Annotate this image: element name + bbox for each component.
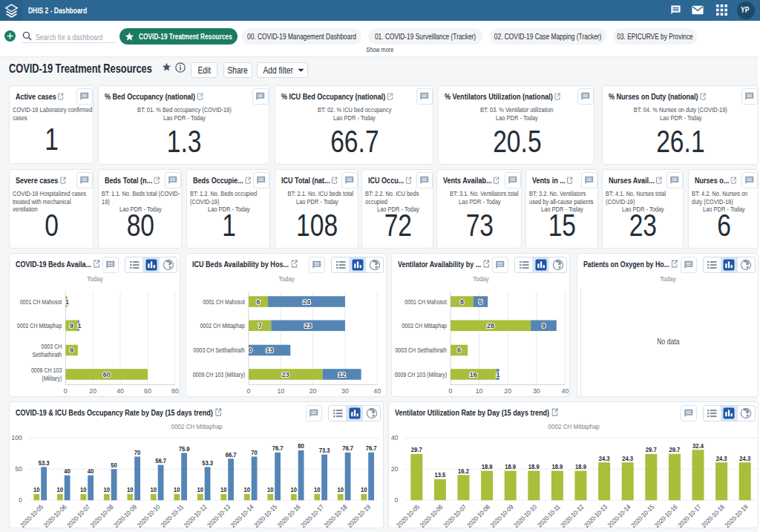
svg-text:24.3: 24.3 [622,454,633,462]
svg-text:20: 20 [309,387,317,395]
svg-text:28: 28 [487,322,494,329]
svg-text:2020-10-16: 2020-10-16 [276,503,302,528]
svg-text:10: 10 [104,486,111,494]
svg-text:8: 8 [460,298,464,306]
svg-text:2020-10-05: 2020-10-05 [395,503,421,528]
svg-text:16: 16 [470,371,477,378]
svg-text:53.3: 53.3 [39,459,50,467]
svg-text:76.7: 76.7 [366,444,377,453]
svg-text:2020-10-11: 2020-10-11 [160,503,186,528]
svg-text:2020-10-09: 2020-10-09 [113,503,139,528]
svg-text:40: 40 [88,467,94,475]
svg-text:10: 10 [314,486,321,494]
svg-text:40: 40 [390,434,398,441]
svg-text:18.9: 18.9 [505,462,516,470]
svg-text:29.7: 29.7 [410,446,422,454]
svg-text:0003 CH Setthathirath: 0003 CH Setthathirath [395,347,447,354]
svg-text:2020-10-18: 2020-10-18 [700,503,726,528]
svg-text:56.7: 56.7 [155,456,166,464]
svg-text:75.9: 75.9 [179,444,190,453]
svg-text:70: 70 [251,448,258,456]
svg-text:10: 10 [361,486,367,494]
svg-text:40: 40 [373,387,381,395]
svg-text:18.9: 18.9 [481,462,492,470]
svg-text:13.5: 13.5 [434,471,445,479]
svg-text:1: 1 [65,298,69,306]
svg-text:32.4: 32.4 [692,441,704,450]
svg-text:0001 CH Mahosot: 0001 CH Mahosot [20,298,62,306]
svg-text:60: 60 [103,371,111,378]
svg-text:0: 0 [64,387,68,395]
svg-text:10: 10 [174,486,180,494]
svg-text:0: 0 [449,387,453,395]
svg-text:66.7: 66.7 [226,450,237,459]
svg-text:10: 10 [476,387,483,395]
svg-text:2020-10-13: 2020-10-13 [206,503,232,528]
svg-text:40: 40 [64,467,71,475]
svg-text:2020-10-08: 2020-10-08 [89,503,115,528]
svg-text:10: 10 [244,486,251,494]
svg-text:76.7: 76.7 [342,444,353,453]
svg-text:0009 CH 103 (Military): 0009 CH 103 (Military) [193,371,246,378]
svg-text:6: 6 [256,298,260,306]
svg-text:5: 5 [479,298,482,306]
svg-text:0001 CH Mahosot: 0001 CH Mahosot [203,298,245,306]
svg-text:9: 9 [70,322,73,329]
svg-text:Setthathirath: Setthathirath [32,351,62,358]
svg-text:2020-10-15: 2020-10-15 [253,503,279,528]
svg-text:2020-10-11: 2020-10-11 [536,503,562,528]
svg-text:60: 60 [144,387,151,395]
svg-text:0002 CH Mittaphap: 0002 CH Mittaphap [17,322,62,329]
svg-text:20: 20 [504,387,511,395]
svg-text:10: 10 [267,486,274,494]
svg-text:10: 10 [151,486,157,494]
svg-text:0: 0 [247,387,251,395]
svg-text:50: 50 [15,465,22,473]
svg-text:20: 20 [89,387,96,395]
svg-text:76.7: 76.7 [272,444,284,453]
svg-text:10: 10 [197,486,204,494]
svg-text:2020-10-10: 2020-10-10 [512,503,538,528]
svg-text:10: 10 [33,486,40,494]
svg-text:40: 40 [117,387,124,395]
svg-text:0001 CH Mahosot: 0001 CH Mahosot [404,298,447,306]
svg-text:18.9: 18.9 [575,462,586,470]
svg-text:2020-10-19: 2020-10-19 [347,503,373,528]
svg-text:10: 10 [220,486,227,494]
svg-text:18.9: 18.9 [551,462,563,470]
svg-text:53.3: 53.3 [202,459,213,467]
svg-text:0009 CH 103: 0009 CH 103 [31,367,62,375]
svg-text:10: 10 [277,387,284,395]
svg-text:1: 1 [78,322,82,329]
svg-text:10: 10 [57,486,64,494]
svg-text:80: 80 [298,442,304,450]
svg-text:10: 10 [338,486,344,494]
svg-text:0: 0 [394,496,398,504]
svg-text:0003 CH Setthathirath: 0003 CH Setthathirath [193,347,245,354]
svg-text:24.3: 24.3 [715,454,727,462]
svg-text:20: 20 [390,465,398,473]
svg-text:29.7: 29.7 [669,446,680,454]
svg-text:40: 40 [562,387,569,395]
svg-text:50: 50 [111,461,117,469]
svg-text:6: 6 [457,347,461,354]
svg-text:2020-10-18: 2020-10-18 [323,503,349,528]
svg-text:24.3: 24.3 [739,454,750,462]
svg-text:2020-10-17: 2020-10-17 [676,503,702,528]
svg-text:2020-10-15: 2020-10-15 [629,503,655,528]
svg-text:100: 100 [11,434,22,441]
svg-text:70: 70 [134,448,141,456]
svg-text:2020-10-12: 2020-10-12 [559,503,585,528]
svg-text:2020-10-10: 2020-10-10 [136,503,162,528]
svg-text:12: 12 [338,371,346,378]
svg-text:2020-10-16: 2020-10-16 [653,503,679,528]
svg-text:0002 CH Mittaphap: 0002 CH Mittaphap [402,322,447,329]
svg-text:23: 23 [304,322,312,329]
svg-text:24.3: 24.3 [598,454,609,462]
svg-text:18.9: 18.9 [528,462,539,470]
svg-text:2020-10-08: 2020-10-08 [465,503,491,528]
svg-text:30: 30 [341,387,349,395]
svg-text:10: 10 [80,486,87,494]
svg-text:16.2: 16.2 [458,467,469,475]
svg-text:7: 7 [258,322,262,329]
